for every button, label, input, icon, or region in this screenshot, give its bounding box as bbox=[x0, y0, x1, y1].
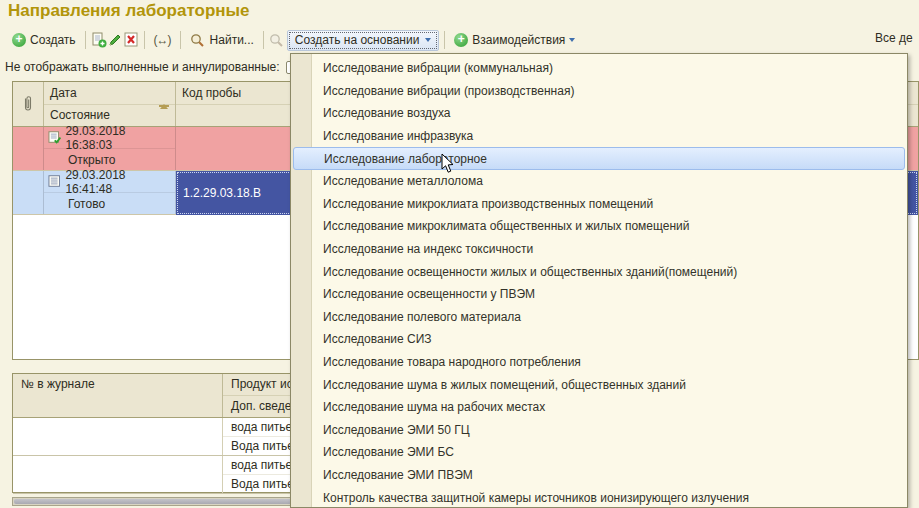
menu-item[interactable]: Исследование шума на рабочих местах bbox=[291, 396, 907, 419]
create-based-on-button[interactable]: Создать на основании bbox=[287, 30, 440, 51]
find-button[interactable]: Найти... bbox=[186, 30, 258, 50]
row-state: Открыто bbox=[68, 153, 115, 167]
create-based-on-menu: Исследование вибрации (коммунальная) Исс… bbox=[290, 53, 908, 508]
menu-item-label: Исследование вибрации (коммунальная) bbox=[323, 61, 553, 75]
interactions-label: Взаимодействия bbox=[472, 33, 565, 47]
menu-item[interactable]: Исследование металлолома bbox=[291, 170, 907, 193]
menu-item-label: Исследование шума в жилых помещений, общ… bbox=[323, 378, 686, 392]
menu-item[interactable]: Контроль качества защитной камеры источн… bbox=[291, 486, 907, 508]
menu-item[interactable]: Исследование инфразвука bbox=[291, 125, 907, 148]
set-interval-button[interactable]: (↔) bbox=[150, 31, 175, 49]
menu-item-label: Исследование микроклиата производственны… bbox=[323, 197, 653, 211]
create-based-on-label: Создать на основании bbox=[295, 33, 420, 47]
date-header-label: Дата bbox=[50, 86, 77, 100]
toolbar-separator bbox=[180, 31, 181, 49]
menu-item-label: Исследование ЭМИ 50 ГЦ bbox=[323, 423, 470, 437]
menu-item[interactable]: Исследование микроклимата общественных и… bbox=[291, 215, 907, 238]
menu-item-label: Контроль качества защитной камеры источн… bbox=[323, 491, 749, 505]
page-title: Направления лабораторные bbox=[8, 1, 250, 21]
menu-item[interactable]: Исследование на индекс токсичности bbox=[291, 238, 907, 261]
document-icon bbox=[48, 175, 61, 188]
menu-item[interactable]: Исследование ЭМИ БС bbox=[291, 441, 907, 464]
sample-code-header-label: Код пробы bbox=[182, 86, 241, 100]
copy-document-icon[interactable] bbox=[91, 32, 107, 48]
menu-item-label: Исследование металлолома bbox=[323, 174, 483, 188]
menu-item-label: Исследование СИЗ bbox=[323, 332, 432, 346]
row-date: 29.03.2018 16:41:48 bbox=[65, 168, 171, 196]
document-posted-icon bbox=[48, 131, 61, 144]
app-window: Направления лабораторные + Создать (↔) Н… bbox=[0, 0, 919, 508]
create-button[interactable]: + Создать bbox=[8, 31, 80, 49]
menu-item-label: Исследование лабораторное bbox=[324, 152, 487, 166]
menu-item[interactable]: Исследование вибрации (коммунальная) bbox=[291, 57, 907, 80]
menu-item-label: Исследование воздуха bbox=[323, 106, 451, 120]
filter-row: Не отображать выполненные и аннулированн… bbox=[5, 60, 299, 74]
menu-item-label: Исследование инфразвука bbox=[323, 129, 473, 143]
menu-item[interactable]: Исследование товара народного потреблени… bbox=[291, 351, 907, 374]
menu-item-label: Исследование освещенности у ПВЭМ bbox=[323, 287, 535, 301]
mouse-cursor bbox=[441, 153, 455, 174]
menu-item-label: Исследование шума на рабочих местах bbox=[323, 400, 545, 414]
toolbar: + Создать (↔) Найти... Создать на о bbox=[8, 28, 579, 52]
attachment-cell bbox=[13, 127, 44, 170]
search-icon bbox=[190, 32, 206, 48]
menu-item-label: Исследование ЭМИ БС bbox=[323, 445, 454, 459]
menu-item-label: Исследование полевого материала bbox=[323, 310, 521, 324]
menu-item[interactable]: Исследование освещенности жилых и общест… bbox=[291, 260, 907, 283]
clear-search-icon bbox=[269, 32, 285, 48]
journal-no-cell bbox=[13, 456, 223, 493]
all-actions-button[interactable]: Все де bbox=[875, 31, 919, 45]
row-state: Готово bbox=[68, 197, 105, 211]
menu-item-label: Исследование освещенности жилых и общест… bbox=[323, 265, 737, 279]
date-column-header[interactable]: Дата bbox=[44, 82, 175, 105]
create-button-label: Создать bbox=[30, 33, 76, 47]
date-state-column-header: Дата Состояние bbox=[44, 82, 176, 126]
chevron-down-icon bbox=[569, 38, 575, 42]
journal-no-header-label: № в журнале bbox=[21, 377, 95, 391]
edit-pencil-icon[interactable] bbox=[107, 32, 123, 48]
journal-no-cell bbox=[13, 418, 223, 455]
menu-item[interactable]: Исследование воздуха bbox=[291, 102, 907, 125]
menu-item[interactable]: Исследование лабораторное bbox=[293, 147, 905, 170]
menu-item-label: Исследование вибрации (производственная) bbox=[323, 84, 574, 98]
state-header-label: Состояние bbox=[50, 108, 110, 122]
attachment-cell bbox=[13, 171, 44, 214]
menu-item-label: Исследование ЭМИ ПВЭМ bbox=[323, 468, 473, 482]
plus-circle-icon: + bbox=[454, 33, 468, 47]
sort-ascending-icon bbox=[160, 90, 169, 107]
attachment-column-header[interactable] bbox=[13, 82, 44, 126]
filter-label: Не отображать выполненные и аннулированн… bbox=[5, 60, 280, 74]
chevron-down-icon bbox=[425, 38, 431, 42]
find-button-label: Найти... bbox=[210, 33, 254, 47]
toolbar-separator bbox=[263, 31, 264, 49]
menu-item[interactable]: Исследование освещенности у ПВЭМ bbox=[291, 283, 907, 306]
toolbar-separator bbox=[85, 31, 86, 49]
plus-circle-icon: + bbox=[12, 33, 26, 47]
toolbar-separator bbox=[144, 31, 145, 49]
menu-item[interactable]: Исследование шума в жилых помещений, общ… bbox=[291, 373, 907, 396]
interactions-button[interactable]: + Взаимодействия bbox=[450, 31, 579, 49]
menu-item-label: Исследование товара народного потреблени… bbox=[323, 355, 581, 369]
paperclip-icon bbox=[22, 95, 34, 113]
interval-icon: (↔) bbox=[154, 33, 171, 47]
menu-item[interactable]: Исследование вибрации (производственная) bbox=[291, 80, 907, 103]
menu-item[interactable]: Исследование микроклиата производственны… bbox=[291, 193, 907, 216]
menu-item[interactable]: Исследование ЭМИ 50 ГЦ bbox=[291, 419, 907, 442]
menu-item-label: Исследование на индекс токсичности bbox=[323, 242, 533, 256]
delete-icon[interactable] bbox=[123, 32, 139, 48]
toolbar-separator bbox=[444, 31, 445, 49]
journal-no-column-header[interactable]: № в журнале bbox=[13, 374, 223, 417]
menu-item[interactable]: Исследование СИЗ bbox=[291, 328, 907, 351]
row-date: 29.03.2018 16:38:03 bbox=[65, 124, 171, 152]
menu-item-label: Исследование микроклимата общественных и… bbox=[323, 219, 690, 233]
menu-item[interactable]: Исследование ЭМИ ПВЭМ bbox=[291, 464, 907, 487]
menu-item[interactable]: Исследование полевого материала bbox=[291, 306, 907, 329]
